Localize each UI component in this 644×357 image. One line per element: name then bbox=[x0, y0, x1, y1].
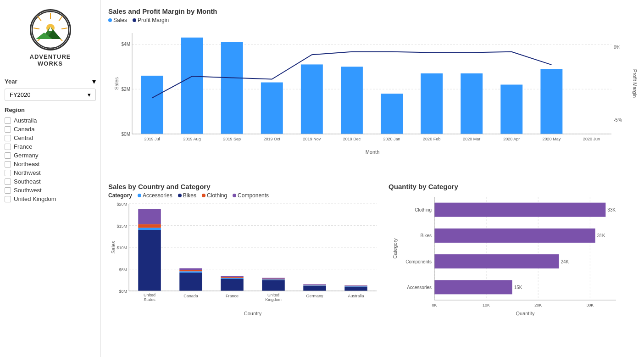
region-checkbox[interactable] bbox=[5, 161, 11, 167]
year-dropdown-chevron-icon: ▾ bbox=[88, 91, 91, 98]
region-checkbox[interactable] bbox=[5, 187, 11, 194]
svg-rect-87 bbox=[344, 286, 367, 287]
svg-text:20K: 20K bbox=[534, 303, 542, 307]
region-item[interactable]: Germany bbox=[5, 151, 96, 160]
category-legend-label: Category bbox=[108, 192, 132, 199]
svg-rect-65 bbox=[179, 273, 202, 291]
region-filter-section: Region AustraliaCanadaCentralFranceGerma… bbox=[5, 106, 96, 203]
svg-text:Canada: Canada bbox=[183, 294, 198, 298]
svg-text:$10M: $10M bbox=[117, 245, 128, 250]
svg-rect-60 bbox=[138, 228, 161, 230]
svg-text:31K: 31K bbox=[597, 233, 605, 238]
svg-rect-21 bbox=[221, 42, 243, 134]
svg-text:Month: Month bbox=[366, 149, 380, 155]
region-checkbox[interactable] bbox=[5, 152, 11, 159]
svg-text:Bikes: Bikes bbox=[421, 233, 432, 238]
svg-rect-19 bbox=[141, 76, 163, 134]
svg-text:2020 May: 2020 May bbox=[543, 137, 561, 141]
region-label: Region bbox=[5, 106, 96, 113]
sidebar: Adventure Works Year ▾ FY2020 ▾ Region A… bbox=[0, 0, 101, 357]
svg-text:2019 Jul: 2019 Jul bbox=[144, 137, 160, 141]
sales-country-legend: Category Accessories Bikes Clothing Comp… bbox=[108, 192, 381, 199]
year-value: FY2020 bbox=[10, 91, 31, 98]
svg-text:24K: 24K bbox=[561, 259, 569, 264]
main-content: Sales and Profit Margin by Month Sales P… bbox=[101, 0, 644, 357]
region-item[interactable]: Canada bbox=[5, 125, 96, 134]
region-checkbox[interactable] bbox=[5, 170, 11, 176]
svg-rect-23 bbox=[301, 64, 323, 134]
svg-text:2019 Nov: 2019 Nov bbox=[303, 137, 321, 141]
quantity-title: Quantity by Category bbox=[389, 183, 637, 190]
region-item[interactable]: Central bbox=[5, 134, 96, 142]
svg-text:Profit Margin: Profit Margin bbox=[632, 69, 638, 98]
svg-text:2020 Feb: 2020 Feb bbox=[423, 137, 440, 141]
region-item[interactable]: United Kingdom bbox=[5, 195, 96, 203]
region-checkbox[interactable] bbox=[5, 126, 11, 133]
region-list: AustraliaCanadaCentralFranceGermanyNorth… bbox=[5, 116, 96, 203]
bottom-charts: Sales by Country and Category Category A… bbox=[108, 183, 637, 353]
svg-rect-28 bbox=[500, 84, 522, 134]
sales-country-chart: Sales by Country and Category Category A… bbox=[108, 183, 381, 353]
svg-rect-59 bbox=[138, 230, 161, 291]
svg-text:2020 Jun: 2020 Jun bbox=[583, 137, 600, 141]
svg-text:Category: Category bbox=[392, 238, 398, 259]
svg-rect-62 bbox=[138, 209, 161, 224]
svg-rect-82 bbox=[303, 285, 326, 286]
svg-text:$20M: $20M bbox=[117, 202, 128, 206]
svg-text:2019 Aug: 2019 Aug bbox=[183, 137, 201, 141]
svg-text:$0M: $0M bbox=[122, 132, 130, 137]
svg-rect-68 bbox=[179, 268, 202, 270]
svg-rect-81 bbox=[303, 286, 326, 291]
svg-text:Sales: Sales bbox=[114, 77, 119, 90]
svg-rect-67 bbox=[179, 270, 202, 271]
region-checkbox[interactable] bbox=[5, 144, 11, 150]
quantity-svg: 0K10K20K30K33KClothing31KBikes24KCompone… bbox=[389, 192, 637, 316]
year-dropdown[interactable]: FY2020 ▾ bbox=[5, 89, 96, 101]
svg-rect-72 bbox=[221, 277, 244, 278]
svg-text:33K: 33K bbox=[607, 207, 616, 212]
region-checkbox[interactable] bbox=[5, 196, 11, 202]
region-item[interactable]: Northeast bbox=[5, 160, 96, 168]
region-item[interactable]: Northwest bbox=[5, 168, 96, 177]
sales-country-svg: $0M$5M$10M$15M$20MUnitedStatesCanadaFran… bbox=[108, 201, 381, 316]
quantity-category-chart: Quantity by Category 0K10K20K30K33KCloth… bbox=[389, 183, 637, 353]
svg-text:Germany: Germany bbox=[306, 294, 324, 298]
region-checkbox[interactable] bbox=[5, 178, 11, 185]
svg-rect-83 bbox=[303, 285, 326, 285]
svg-rect-70 bbox=[221, 279, 244, 291]
logo-circle bbox=[30, 9, 71, 50]
logo-brand-text: Adventure Works bbox=[30, 53, 71, 67]
svg-text:2019 Oct: 2019 Oct bbox=[264, 137, 281, 141]
region-item[interactable]: Southwest bbox=[5, 186, 96, 195]
year-chevron-icon: ▾ bbox=[92, 77, 96, 86]
year-label: Year bbox=[5, 78, 17, 85]
svg-rect-88 bbox=[344, 286, 367, 286]
region-item[interactable]: Southeast bbox=[5, 177, 96, 186]
svg-text:$15M: $15M bbox=[117, 224, 128, 229]
sales-profit-chart: Sales and Profit Margin by Month Sales P… bbox=[108, 7, 637, 178]
svg-rect-75 bbox=[262, 280, 285, 291]
svg-text:Australia: Australia bbox=[348, 294, 364, 298]
svg-text:0%: 0% bbox=[614, 45, 621, 50]
svg-rect-25 bbox=[381, 94, 403, 134]
svg-rect-109 bbox=[434, 254, 559, 268]
region-checkbox[interactable] bbox=[5, 117, 11, 124]
sales-country-title: Sales by Country and Category bbox=[108, 183, 381, 190]
svg-rect-106 bbox=[434, 229, 595, 243]
year-filter-section: Year ▾ FY2020 ▾ bbox=[5, 77, 96, 101]
svg-rect-89 bbox=[344, 285, 367, 286]
svg-text:Quantity: Quantity bbox=[516, 311, 535, 316]
svg-text:Clothing: Clothing bbox=[415, 207, 432, 212]
region-item[interactable]: France bbox=[5, 142, 96, 151]
svg-text:2020 Apr: 2020 Apr bbox=[503, 137, 520, 141]
svg-text:$0M: $0M bbox=[119, 289, 128, 294]
region-checkbox[interactable] bbox=[5, 135, 11, 141]
svg-text:-5%: -5% bbox=[614, 117, 622, 123]
year-filter-header[interactable]: Year ▾ bbox=[5, 77, 96, 86]
svg-text:Sales: Sales bbox=[111, 241, 116, 254]
svg-text:Country: Country bbox=[244, 311, 262, 316]
logo-area: Adventure Works bbox=[5, 5, 96, 72]
svg-rect-73 bbox=[221, 276, 244, 277]
svg-rect-71 bbox=[221, 278, 244, 279]
region-item[interactable]: Australia bbox=[5, 116, 96, 125]
